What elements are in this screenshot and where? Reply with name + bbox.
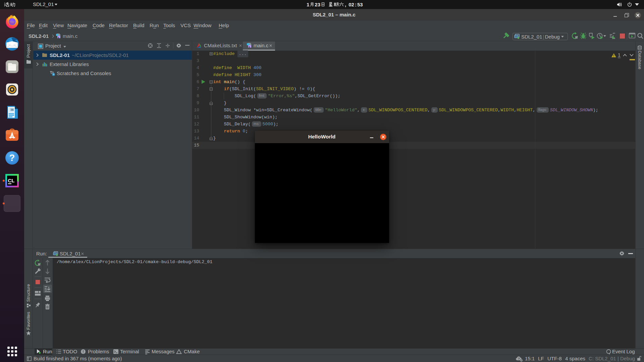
svg-text:c: c bbox=[249, 46, 250, 48]
svg-text:CL: CL bbox=[8, 178, 15, 183]
svg-text:?: ? bbox=[518, 357, 520, 360]
svg-text:c: c bbox=[58, 36, 59, 39]
svg-text:?: ? bbox=[9, 153, 15, 163]
